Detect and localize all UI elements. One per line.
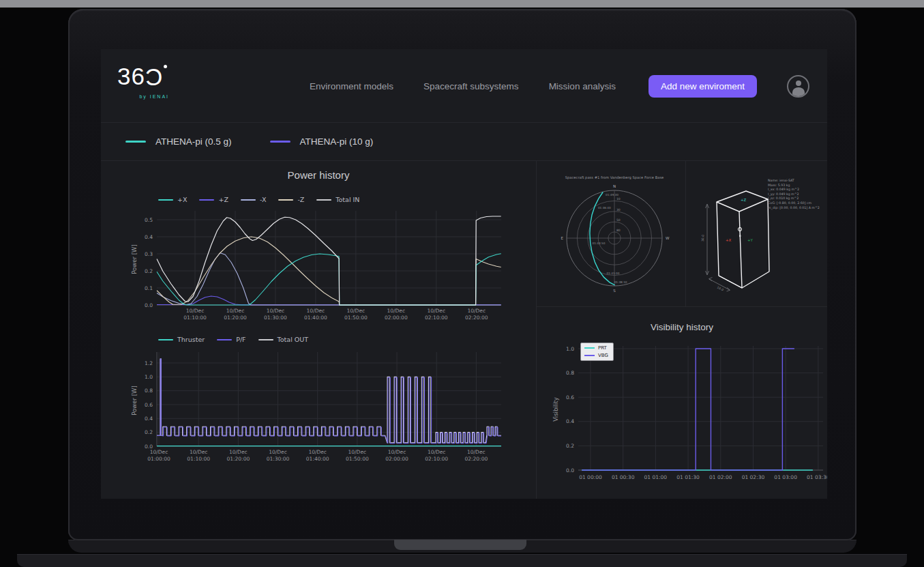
legend-label: VBG [598,353,608,358]
svg-text:1.2: 1.2 [145,360,153,366]
legend-item-athena-10g[interactable]: ATHENA-pi (10 g) [270,136,374,147]
svg-text:0.8: 0.8 [566,370,574,376]
svg-text:02:20:00: 02:20:00 [465,456,488,462]
legend-entry--z: -Z [278,196,304,203]
svg-text:01:40:00: 01:40:00 [306,456,329,462]
avatar-person-icon [796,81,801,86]
dipole-marker [739,235,741,237]
svg-text:10/Dec: 10/Dec [388,449,406,455]
svg-text:30: 30 [616,208,621,212]
svg-text:01 00:30: 01 00:30 [612,474,635,480]
legend-label: P/F [236,336,245,343]
legend-label: -X [260,196,266,203]
visibility-chart: 01 00:0001 00:3001 01:0001 01:3001 02:00… [537,307,827,499]
svg-text:0.1: 0.1 [145,285,153,291]
legend-label: ATHENA-pi (10 g) [300,136,374,147]
laptop-bottom-bar [17,554,907,567]
svg-text:02:10:00: 02:10:00 [425,315,448,321]
power-in-legend: +X+Z-X-ZTotal IN [158,196,359,203]
svg-text:10: 10 [616,197,621,201]
svg-text:10/Dec: 10/Dec [308,449,327,455]
svg-text:01 02:30: 01 02:30 [742,474,765,480]
svg-text:0.4: 0.4 [566,418,574,424]
legend-label: Total OUT [278,336,308,343]
svg-text:1.0: 1.0 [145,374,153,380]
svg-text:Power [W]: Power [W] [131,244,138,274]
axis-label-plus-x: +X [726,238,732,242]
svg-text:10/Dec: 10/Dec [427,308,445,314]
legend-label: ATHENA-pi (0.5 g) [155,136,232,147]
svg-text:80: 80 [616,229,621,232]
svg-text:01:20:00: 01:20:00 [227,456,250,462]
top-gray-bar [0,0,924,8]
nav-spacecraft-subsystems[interactable]: Spacecraft subsystems [423,81,519,91]
svg-text:02:00:00: 02:00:00 [385,315,408,321]
svg-text:01:41:00: 01:41:00 [607,272,620,275]
legend-line-sample [584,347,595,349]
svg-text:01:30:00: 01:30:00 [267,456,290,462]
svg-text:N: N [613,184,616,188]
power-history-panel: Power history +X+Z-X-ZTotal IN 10/Dec01:… [101,161,537,499]
legend-line-sample [158,339,173,340]
screenshot-stage: 36Ɔ by IENAI Environment models Spacecra… [0,0,924,567]
svg-text:Mass: 5.93 kg: Mass: 5.93 kg [768,184,790,187]
legend-line-sample [158,199,173,201]
svg-text:10/Dec: 10/Dec [387,308,406,314]
dim-height-label: 30.0 [701,235,704,242]
svg-text:01 02:00: 01 02:00 [709,474,732,480]
app-window: 36Ɔ by IENAI Environment models Spacecra… [101,49,827,499]
legend-entry-total-out: Total OUT [258,336,308,343]
svg-text:50: 50 [616,218,621,222]
spacecraft-wireframe: +Z +X +Y 30.0 10.0 Name: ienai-SAT Mass:… [686,161,827,307]
spacecraft-pass-panel: Spacecraft pass #1 from Vandenberg Space… [537,161,686,307]
legend-entry-vbg: VBG [584,353,608,358]
svg-text:CoG: [-0.80, 0.00, 2.60] cm: CoG: [-0.80, 0.00, 2.60] cm [768,201,812,205]
legend-label: Thruster [177,336,205,343]
svg-text:10/Dec: 10/Dec [190,449,208,455]
legend-line-sample [241,199,256,201]
svg-text:I_xx: 0.049 kg m^2: I_xx: 0.049 kg m^2 [768,188,799,192]
svg-text:0.0: 0.0 [145,444,153,450]
svg-text:10/Dec: 10/Dec [186,308,205,314]
svg-text:0.6: 0.6 [566,394,574,401]
svg-text:01 01:30: 01 01:30 [676,474,700,480]
nav-environment-models[interactable]: Environment models [310,81,393,91]
power-in-chart: 10/Dec01:10:0010/Dec01:20:0010/Dec01:30:… [128,206,510,328]
svg-text:01:46:40: 01:46:40 [598,206,611,209]
svg-text:01 03:00: 01 03:00 [774,474,797,480]
svg-text:10/Dec: 10/Dec [467,449,486,455]
legend-label: +X [177,196,187,203]
add-new-environment-button[interactable]: Add new enviroment [649,75,757,98]
svg-text:0.6: 0.6 [145,402,153,408]
svg-text:S: S [613,289,616,293]
svg-text:01 01:00: 01 01:00 [644,474,668,480]
svg-text:01 00:00: 01 00:00 [579,474,602,480]
svg-text:W: W [666,236,670,240]
svg-text:01:10:00: 01:10:00 [183,315,207,321]
svg-text:10/Dec: 10/Dec [269,449,287,455]
svg-text:E: E [561,236,564,240]
svg-text:0.8: 0.8 [145,388,153,394]
svg-text:10/Dec: 10/Dec [348,449,367,455]
svg-text:0.5: 0.5 [145,217,153,223]
power-out-legend: ThrusterP/FTotal OUT [158,336,308,343]
nav-mission-analysis[interactable]: Mission analysis [549,81,616,91]
app-header: 36Ɔ by IENAI Environment models Spacecra… [101,49,827,123]
laptop-hinge-notch [394,540,526,550]
spacecraft-legend-strip: ATHENA-pi (0.5 g) ATHENA-pi (10 g) [101,123,827,161]
svg-text:Visibility: Visibility [552,397,559,422]
power-out-chart: 10/Dec01:00:0010/Dec01:10:0010/Dec01:20:… [128,349,510,467]
legend-entry-prt: PRT [584,345,608,351]
svg-text:10/Dec: 10/Dec [229,449,248,455]
svg-text:0.4: 0.4 [145,416,153,422]
svg-text:m_dip: [0.00, 0.00, 0.01] A m^: m_dip: [0.00, 0.00, 0.01] A m^2 [768,206,820,210]
visibility-history-panel: Visibility history 01 00:0001 00:3001 01… [537,307,827,499]
svg-text:Spacecraft pass #1 from Vanden: Spacecraft pass #1 from Vandenberg Space… [565,175,664,180]
svg-text:10/Dec: 10/Dec [347,308,366,314]
legend-line-sample [316,199,331,201]
spacecraft-info-block: Name: ienai-SAT Mass: 5.93 kg I_xx: 0.04… [768,179,820,210]
legend-label: +Z [218,196,228,203]
user-avatar[interactable] [787,75,809,98]
legend-line-sample [199,199,214,201]
legend-item-athena-05g[interactable]: ATHENA-pi (0.5 g) [125,136,232,147]
